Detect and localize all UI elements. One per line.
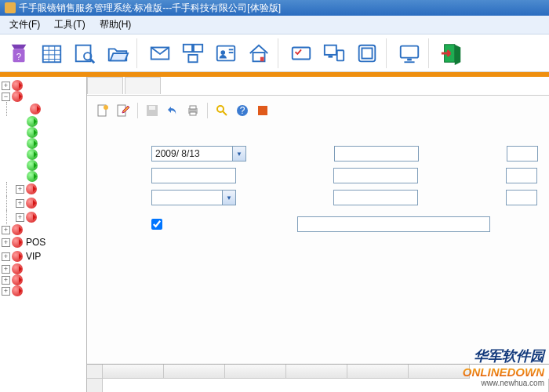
chevron-down-icon[interactable]: ▼	[233, 146, 246, 162]
tree-node[interactable]	[2, 102, 85, 116]
svg-line-40	[223, 111, 227, 115]
tree-node[interactable]: +	[2, 196, 85, 210]
text-input-5[interactable]	[506, 168, 537, 183]
form-fields: 2009/ 8/13 ▼	[92, 121, 544, 241]
grid-row[interactable]	[87, 379, 549, 392]
grid-header	[87, 365, 549, 379]
tree-node-vip[interactable]: +VIP	[2, 249, 85, 263]
svg-rect-12	[184, 44, 192, 51]
svg-rect-13	[194, 44, 202, 51]
checkbox-1[interactable]	[151, 219, 162, 230]
task-icon[interactable]	[177, 38, 209, 68]
monitor-icon[interactable]	[394, 38, 425, 68]
nav-tree[interactable]: + − + + + + +POS +VIP + + +	[0, 77, 87, 392]
menu-tool[interactable]: 工具(T)	[48, 16, 91, 33]
tree-node[interactable]: +	[2, 274, 85, 285]
tab-1[interactable]	[87, 77, 123, 94]
idcard-icon[interactable]	[210, 38, 242, 68]
exit-icon[interactable]	[436, 38, 467, 68]
main-toolbar: ?	[0, 34, 549, 72]
menu-bar: 文件(F) 工具(T) 帮助(H)	[0, 16, 549, 34]
title-bar: 千手眼镜销售服务管理系统·标准版---千手科技有限公司[体验版]	[0, 0, 549, 16]
svg-line-10	[91, 59, 95, 63]
edit-icon[interactable]	[115, 103, 131, 118]
find-icon[interactable]	[214, 103, 230, 118]
tree-node[interactable]: +	[2, 263, 85, 274]
tab-strip	[87, 77, 549, 96]
date-combo[interactable]: 2009/ 8/13 ▼	[151, 146, 246, 162]
main-panel: ? 2009/ 8/13 ▼	[87, 77, 549, 392]
svg-rect-23	[329, 55, 333, 57]
terminal-icon[interactable]	[318, 38, 350, 68]
text-input-7[interactable]	[506, 190, 537, 205]
editor-toolbar: ?	[92, 100, 544, 121]
svg-rect-21	[293, 47, 311, 59]
tree-node-pos[interactable]: +POS	[2, 235, 85, 249]
tree-node[interactable]: −	[2, 91, 85, 102]
svg-rect-22	[325, 45, 336, 54]
svg-point-32	[104, 105, 108, 110]
folder-icon[interactable]	[102, 38, 133, 68]
svg-rect-43	[258, 106, 267, 115]
tree-leaf[interactable]	[2, 127, 85, 138]
tree-node[interactable]: +	[2, 80, 85, 91]
menu-help[interactable]: 帮助(H)	[93, 16, 138, 33]
svg-rect-2	[43, 45, 61, 62]
svg-rect-35	[149, 106, 155, 110]
tree-leaf[interactable]	[2, 160, 85, 171]
app-icon	[5, 2, 16, 13]
text-input-wide[interactable]	[297, 216, 490, 232]
svg-rect-38	[190, 112, 196, 115]
card-icon[interactable]	[285, 38, 317, 68]
mail-icon[interactable]	[144, 38, 176, 68]
combo-2[interactable]: ▼	[151, 190, 236, 205]
save-icon	[144, 103, 160, 118]
window-title: 千手眼镜销售服务管理系统·标准版---千手科技有限公司[体验版]	[19, 2, 281, 15]
date-input[interactable]: 2009/ 8/13	[151, 146, 233, 162]
svg-text:?: ?	[16, 51, 21, 60]
tree-node[interactable]: +	[2, 285, 85, 296]
tree-leaf[interactable]	[2, 138, 85, 149]
tree-leaf[interactable]	[2, 149, 85, 160]
undo-icon[interactable]	[165, 103, 180, 118]
svg-rect-27	[401, 45, 419, 57]
combo-2-input[interactable]	[151, 190, 223, 205]
svg-point-39	[217, 106, 224, 112]
card2-icon[interactable]	[351, 38, 383, 68]
form-area: ? 2009/ 8/13 ▼	[87, 96, 549, 364]
text-input-3[interactable]	[151, 168, 236, 183]
svg-rect-24	[337, 50, 344, 60]
chevron-down-icon[interactable]: ▼	[223, 190, 236, 205]
tree-leaf[interactable]	[2, 171, 85, 182]
home-icon[interactable]	[243, 38, 274, 68]
svg-text:?: ?	[240, 105, 245, 116]
new-icon[interactable]	[95, 103, 111, 118]
tree-leaf[interactable]	[2, 116, 85, 127]
svg-rect-20	[260, 56, 264, 61]
text-input-4[interactable]	[333, 168, 418, 183]
calendar-icon[interactable]	[36, 38, 67, 68]
tree-node[interactable]: +	[2, 182, 85, 196]
svg-rect-37	[190, 106, 196, 109]
menu-file[interactable]: 文件(F)	[3, 16, 46, 33]
svg-point-16	[220, 50, 225, 55]
data-grid[interactable]	[87, 364, 549, 392]
text-input-6[interactable]	[333, 190, 418, 205]
print-icon[interactable]	[185, 103, 201, 118]
search-icon[interactable]	[69, 38, 100, 68]
help2-icon[interactable]: ?	[235, 103, 250, 118]
tab-2[interactable]	[125, 77, 161, 94]
svg-rect-14	[188, 54, 197, 61]
text-input-2[interactable]	[507, 146, 538, 162]
stop-icon[interactable]	[255, 103, 271, 118]
text-input-1[interactable]	[334, 146, 419, 162]
tree-node[interactable]: +	[2, 210, 85, 224]
svg-rect-28	[407, 58, 412, 60]
tree-node[interactable]: +	[2, 224, 85, 235]
help-icon[interactable]: ?	[3, 38, 35, 68]
